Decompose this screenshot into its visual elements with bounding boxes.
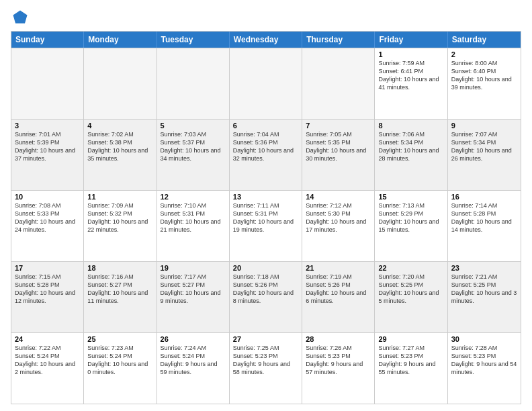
day-info: Sunrise: 7:24 AMSunset: 5:24 PMDaylight:… — [161, 344, 226, 377]
cal-cell-10: 10Sunrise: 7:08 AMSunset: 5:33 PMDayligh… — [11, 191, 84, 261]
cal-cell-2: 2Sunrise: 8:00 AMSunset: 6:40 PMDaylight… — [448, 48, 521, 119]
day-number: 1 — [378, 50, 443, 58]
cal-cell-14: 14Sunrise: 7:12 AMSunset: 5:30 PMDayligh… — [302, 191, 375, 261]
header — [11, 8, 521, 27]
day-info: Sunrise: 7:13 AMSunset: 5:29 PMDaylight:… — [378, 201, 443, 234]
day-info: Sunrise: 7:28 AMSunset: 5:23 PMDaylight:… — [451, 344, 517, 377]
cal-cell-30: 30Sunrise: 7:28 AMSunset: 5:23 PMDayligh… — [448, 333, 521, 404]
cal-cell-empty — [11, 48, 84, 119]
day-info: Sunrise: 7:23 AMSunset: 5:24 PMDaylight:… — [87, 344, 152, 377]
cal-row-4: 24Sunrise: 7:22 AMSunset: 5:24 PMDayligh… — [11, 332, 521, 404]
day-info: Sunrise: 7:08 AMSunset: 5:33 PMDaylight:… — [15, 201, 80, 234]
day-info: Sunrise: 7:18 AMSunset: 5:26 PMDaylight:… — [233, 273, 298, 306]
cal-header-friday: Friday — [375, 32, 447, 48]
cal-cell-24: 24Sunrise: 7:22 AMSunset: 5:24 PMDayligh… — [11, 333, 84, 404]
day-info: Sunrise: 7:04 AMSunset: 5:36 PMDaylight:… — [233, 130, 298, 163]
day-info: Sunrise: 7:01 AMSunset: 5:39 PMDaylight:… — [15, 130, 80, 163]
day-number: 16 — [451, 193, 517, 201]
cal-cell-8: 8Sunrise: 7:06 AMSunset: 5:34 PMDaylight… — [375, 120, 447, 190]
day-info: Sunrise: 7:26 AMSunset: 5:23 PMDaylight:… — [306, 344, 371, 377]
day-number: 24 — [15, 335, 80, 343]
cal-cell-13: 13Sunrise: 7:11 AMSunset: 5:31 PMDayligh… — [230, 191, 302, 261]
cal-cell-1: 1Sunrise: 7:59 AMSunset: 6:41 PMDaylight… — [375, 48, 447, 119]
day-number: 20 — [233, 264, 298, 272]
day-number: 25 — [87, 335, 152, 343]
cal-cell-22: 22Sunrise: 7:20 AMSunset: 5:25 PMDayligh… — [375, 262, 447, 332]
day-info: Sunrise: 8:00 AMSunset: 6:40 PMDaylight:… — [451, 59, 517, 92]
day-info: Sunrise: 7:21 AMSunset: 5:25 PMDaylight:… — [451, 273, 517, 306]
cal-cell-16: 16Sunrise: 7:14 AMSunset: 5:28 PMDayligh… — [448, 191, 521, 261]
cal-header-sunday: Sunday — [11, 32, 84, 48]
logo-icon — [11, 8, 30, 27]
calendar: SundayMondayTuesdayWednesdayThursdayFrid… — [11, 31, 521, 404]
day-number: 26 — [161, 335, 226, 343]
day-info: Sunrise: 7:12 AMSunset: 5:30 PMDaylight:… — [306, 201, 371, 234]
day-number: 21 — [306, 264, 371, 272]
day-number: 10 — [15, 193, 80, 201]
day-number: 28 — [306, 335, 371, 343]
day-number: 11 — [87, 193, 152, 201]
cal-cell-26: 26Sunrise: 7:24 AMSunset: 5:24 PMDayligh… — [157, 333, 230, 404]
day-info: Sunrise: 7:25 AMSunset: 5:23 PMDaylight:… — [233, 344, 298, 377]
cal-cell-18: 18Sunrise: 7:16 AMSunset: 5:27 PMDayligh… — [84, 262, 157, 332]
day-number: 8 — [378, 122, 443, 130]
day-info: Sunrise: 7:09 AMSunset: 5:32 PMDaylight:… — [87, 201, 152, 234]
cal-cell-20: 20Sunrise: 7:18 AMSunset: 5:26 PMDayligh… — [230, 262, 302, 332]
day-number: 19 — [161, 264, 226, 272]
day-info: Sunrise: 7:20 AMSunset: 5:25 PMDaylight:… — [378, 273, 443, 306]
day-info: Sunrise: 7:10 AMSunset: 5:31 PMDaylight:… — [161, 201, 226, 234]
cal-row-2: 10Sunrise: 7:08 AMSunset: 5:33 PMDayligh… — [11, 190, 521, 261]
day-info: Sunrise: 7:15 AMSunset: 5:28 PMDaylight:… — [15, 273, 80, 306]
day-info: Sunrise: 7:17 AMSunset: 5:27 PMDaylight:… — [161, 273, 226, 306]
day-number: 9 — [451, 122, 517, 130]
day-info: Sunrise: 7:16 AMSunset: 5:27 PMDaylight:… — [87, 273, 152, 306]
day-number: 13 — [233, 193, 298, 201]
day-info: Sunrise: 7:19 AMSunset: 5:26 PMDaylight:… — [306, 273, 371, 306]
cal-cell-empty — [230, 48, 302, 119]
day-number: 3 — [15, 122, 80, 130]
day-number: 5 — [161, 122, 226, 130]
day-number: 29 — [378, 335, 443, 343]
day-number: 4 — [87, 122, 152, 130]
cal-cell-28: 28Sunrise: 7:26 AMSunset: 5:23 PMDayligh… — [302, 333, 375, 404]
calendar-body: 1Sunrise: 7:59 AMSunset: 6:41 PMDaylight… — [11, 48, 521, 404]
cal-cell-empty — [84, 48, 157, 119]
cal-cell-6: 6Sunrise: 7:04 AMSunset: 5:36 PMDaylight… — [230, 120, 302, 190]
cal-header-thursday: Thursday — [302, 32, 375, 48]
day-info: Sunrise: 7:03 AMSunset: 5:37 PMDaylight:… — [161, 130, 226, 163]
cal-cell-19: 19Sunrise: 7:17 AMSunset: 5:27 PMDayligh… — [157, 262, 230, 332]
day-info: Sunrise: 7:02 AMSunset: 5:38 PMDaylight:… — [87, 130, 152, 163]
cal-cell-7: 7Sunrise: 7:05 AMSunset: 5:35 PMDaylight… — [302, 120, 375, 190]
day-info: Sunrise: 7:05 AMSunset: 5:35 PMDaylight:… — [306, 130, 371, 163]
cal-row-3: 17Sunrise: 7:15 AMSunset: 5:28 PMDayligh… — [11, 261, 521, 332]
cal-cell-21: 21Sunrise: 7:19 AMSunset: 5:26 PMDayligh… — [302, 262, 375, 332]
cal-cell-23: 23Sunrise: 7:21 AMSunset: 5:25 PMDayligh… — [448, 262, 521, 332]
day-info: Sunrise: 7:27 AMSunset: 5:23 PMDaylight:… — [378, 344, 443, 377]
cal-cell-27: 27Sunrise: 7:25 AMSunset: 5:23 PMDayligh… — [230, 333, 302, 404]
cal-header-wednesday: Wednesday — [230, 32, 302, 48]
cal-header-saturday: Saturday — [448, 32, 521, 48]
day-number: 17 — [15, 264, 80, 272]
logo — [11, 8, 32, 27]
day-info: Sunrise: 7:22 AMSunset: 5:24 PMDaylight:… — [15, 344, 80, 377]
cal-row-0: 1Sunrise: 7:59 AMSunset: 6:41 PMDaylight… — [11, 48, 521, 119]
cal-cell-17: 17Sunrise: 7:15 AMSunset: 5:28 PMDayligh… — [11, 262, 84, 332]
day-number: 6 — [233, 122, 298, 130]
cal-cell-29: 29Sunrise: 7:27 AMSunset: 5:23 PMDayligh… — [375, 333, 447, 404]
day-info: Sunrise: 7:06 AMSunset: 5:34 PMDaylight:… — [378, 130, 443, 163]
cal-header-monday: Monday — [84, 32, 157, 48]
day-number: 15 — [378, 193, 443, 201]
cal-cell-12: 12Sunrise: 7:10 AMSunset: 5:31 PMDayligh… — [157, 191, 230, 261]
day-number: 12 — [161, 193, 226, 201]
cal-header-tuesday: Tuesday — [157, 32, 230, 48]
day-info: Sunrise: 7:07 AMSunset: 5:34 PMDaylight:… — [451, 130, 517, 163]
cal-cell-9: 9Sunrise: 7:07 AMSunset: 5:34 PMDaylight… — [448, 120, 521, 190]
day-info: Sunrise: 7:59 AMSunset: 6:41 PMDaylight:… — [378, 59, 443, 92]
day-number: 30 — [451, 335, 517, 343]
day-number: 18 — [87, 264, 152, 272]
cal-cell-11: 11Sunrise: 7:09 AMSunset: 5:32 PMDayligh… — [84, 191, 157, 261]
day-number: 7 — [306, 122, 371, 130]
day-number: 23 — [451, 264, 517, 272]
day-info: Sunrise: 7:11 AMSunset: 5:31 PMDaylight:… — [233, 201, 298, 234]
day-number: 14 — [306, 193, 371, 201]
